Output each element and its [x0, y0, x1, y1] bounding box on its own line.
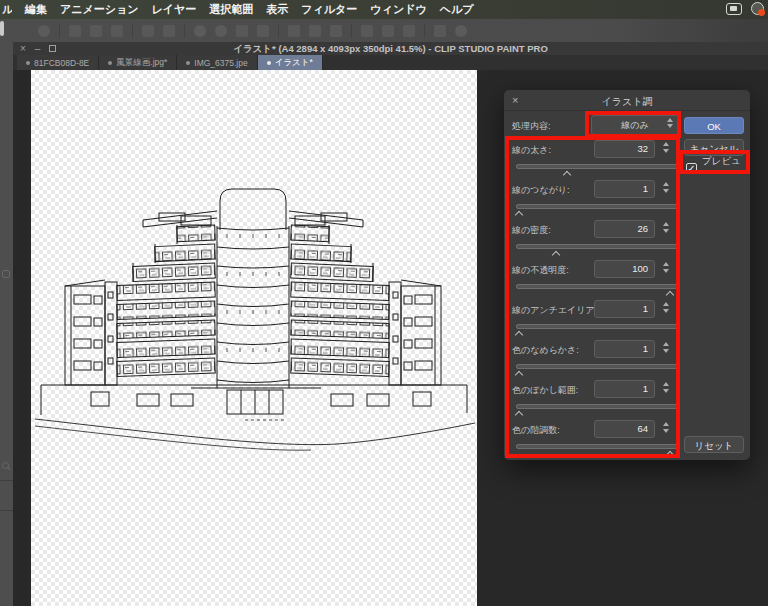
- stepper-icon[interactable]: [663, 262, 669, 273]
- process-label: 処理内容:: [512, 120, 551, 133]
- param-row-line-antialias: 線のアンチエイリアス: 1: [504, 300, 750, 338]
- document-title-bar: × – イラスト* (A4 2894 x 4093px 350dpi 41.5%…: [13, 42, 768, 55]
- tab-dot-icon: [26, 61, 30, 65]
- dock-icon[interactable]: [2, 270, 10, 278]
- param-row-color-smoothness: 色のなめらかさ: 1: [504, 340, 750, 378]
- menu-item-file-partial[interactable]: ル: [2, 2, 12, 17]
- param-slider[interactable]: [516, 404, 677, 409]
- param-value-field[interactable]: 64: [594, 420, 655, 438]
- toolbar-icon: [69, 25, 81, 37]
- param-slider[interactable]: [516, 324, 677, 329]
- stepper-icon[interactable]: [663, 182, 669, 193]
- toolbar-icon: [455, 25, 467, 37]
- canvas-artwork: [31, 70, 477, 606]
- stepper-icon[interactable]: [663, 142, 669, 153]
- toolbar-icon: [38, 25, 50, 37]
- toolbar-icon: [163, 25, 175, 37]
- menu-item-help[interactable]: ヘルプ: [440, 2, 474, 17]
- stepper-icon[interactable]: [663, 342, 669, 353]
- tab-document-active[interactable]: イラスト*: [258, 55, 323, 70]
- document-tab-bar: 81FCB08D-8E 風景線画.jpg* IMG_6375.jpe イラスト*: [13, 55, 768, 70]
- param-row-color-gradation: 色の階調数: 64: [504, 420, 750, 458]
- tab-document-2[interactable]: 風景線画.jpg*: [99, 55, 177, 70]
- tab-dot-icon: [108, 61, 112, 65]
- param-row-color-blur-range: 色のぼかし範囲: 1: [504, 380, 750, 418]
- toolbar-icon: [309, 25, 321, 37]
- canvas[interactable]: [31, 70, 477, 606]
- param-row-line-thickness: 線の太さ: 32: [504, 140, 750, 178]
- stepper-icon[interactable]: [663, 302, 669, 313]
- toolbar-icon: [434, 25, 446, 37]
- menu-item-edit[interactable]: 編集: [25, 2, 47, 17]
- command-toolbar: [0, 19, 768, 42]
- document-title: イラスト* (A4 2894 x 4093px 350dpi 41.5%) - …: [13, 42, 768, 55]
- menu-item-filter[interactable]: フィルター: [301, 2, 357, 17]
- param-value-field[interactable]: 1: [594, 180, 655, 198]
- ok-button[interactable]: OK: [684, 117, 744, 134]
- param-row-line-density: 線の密度: 26: [504, 220, 750, 258]
- toolbar-icon: [111, 25, 123, 37]
- chevron-up-down-icon: [667, 118, 673, 128]
- menu-bar: ル 編集 アニメーション レイヤー 選択範囲 表示 フィルター ウィンドウ ヘル…: [0, 0, 768, 19]
- param-slider[interactable]: [516, 204, 677, 209]
- panel-handle[interactable]: [0, 21, 4, 36]
- tab-dot-icon: [186, 61, 190, 65]
- toolbar-icon: [288, 25, 300, 37]
- toolbar-icon: [361, 25, 373, 37]
- toolbar-icon: [142, 25, 154, 37]
- toolbar-icon: [194, 25, 206, 37]
- menu-item-view[interactable]: 表示: [266, 2, 288, 17]
- menu-item-animation[interactable]: アニメーション: [60, 2, 139, 17]
- param-slider[interactable]: [516, 164, 677, 169]
- param-slider[interactable]: [516, 444, 677, 449]
- illustration-style-dialog: × イラスト調 処理内容: 線のみ OK キャンセル ✓ プレビュー リセット …: [504, 90, 750, 460]
- toolbar-icon: [90, 25, 102, 37]
- tab-dot-icon: [267, 61, 271, 65]
- display-status-icon[interactable]: [726, 3, 742, 15]
- menu-item-layer[interactable]: レイヤー: [152, 2, 197, 17]
- toolbar-icon: [257, 25, 269, 37]
- stepper-icon[interactable]: [663, 422, 669, 433]
- param-value-field[interactable]: 32: [594, 140, 655, 158]
- param-value-field[interactable]: 26: [594, 220, 655, 238]
- process-dropdown[interactable]: 線のみ: [591, 115, 679, 135]
- stepper-icon[interactable]: [663, 222, 669, 233]
- record-status-icon[interactable]: [751, 2, 764, 15]
- dialog-title: イラスト調: [504, 95, 750, 109]
- toolbar-icon: [403, 25, 415, 37]
- menu-item-selection[interactable]: 選択範囲: [209, 2, 253, 17]
- param-value-field[interactable]: 100: [594, 260, 655, 278]
- stepper-icon[interactable]: [663, 382, 669, 393]
- zoom-tool-icon[interactable]: [2, 462, 9, 469]
- param-value-field[interactable]: 1: [594, 380, 655, 398]
- tab-document-3[interactable]: IMG_6375.jpe: [177, 55, 257, 70]
- toolbar-icon: [330, 25, 342, 37]
- param-slider[interactable]: [516, 244, 677, 249]
- menu-item-window[interactable]: ウィンドウ: [370, 2, 426, 17]
- left-dock-strip: [0, 42, 13, 606]
- param-value-field[interactable]: 1: [594, 340, 655, 358]
- param-row-line-connection: 線のつながり: 1: [504, 180, 750, 218]
- toolbar-icon: [215, 25, 227, 37]
- toolbar-icon: [236, 25, 248, 37]
- toolbar-icon: [382, 25, 394, 37]
- canvas-gutter-left: [13, 70, 31, 606]
- param-slider[interactable]: [516, 284, 677, 289]
- param-value-field[interactable]: 1: [594, 300, 655, 318]
- tab-document-1[interactable]: 81FCB08D-8E: [17, 55, 99, 70]
- param-row-line-opacity: 線の不透明度: 100: [504, 260, 750, 298]
- param-slider[interactable]: [516, 364, 677, 369]
